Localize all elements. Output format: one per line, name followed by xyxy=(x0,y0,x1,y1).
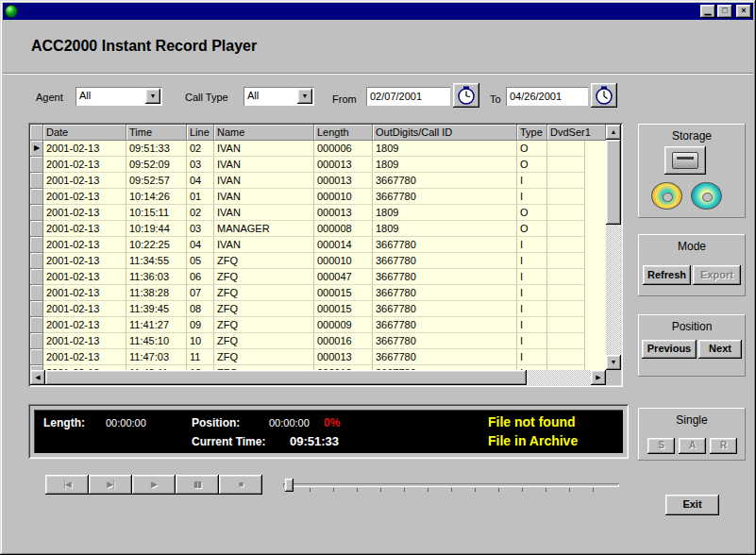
column-header-length[interactable]: Length xyxy=(314,125,373,141)
column-header-outdigits-call-id[interactable]: OutDigits/Call ID xyxy=(373,125,517,141)
table-row[interactable]: 2001-02-1311:38:2807ZFQ0000153667780I xyxy=(30,285,606,301)
exit-button[interactable]: Exit xyxy=(665,495,719,515)
cell: 11:41:27 xyxy=(126,317,187,333)
cell: 04 xyxy=(187,173,214,189)
cell: 10:19:44 xyxy=(126,221,187,237)
agent-select[interactable]: All xyxy=(76,87,162,106)
table-row[interactable]: 2001-02-1311:34:5505ZFQ0000103667780I xyxy=(30,253,606,269)
length-value: 00:00:00 xyxy=(106,417,146,429)
column-header-line[interactable]: Line xyxy=(187,125,214,141)
status-file-in-archive: File in Archive xyxy=(488,433,578,448)
cell: 3667780 xyxy=(373,301,517,317)
cell xyxy=(547,349,585,365)
maximize-button[interactable]: □ xyxy=(717,5,732,18)
previous-button[interactable]: Previous xyxy=(642,340,697,359)
chevron-down-icon[interactable] xyxy=(145,89,160,104)
cell: 3667780 xyxy=(373,333,517,349)
seek-slider[interactable] xyxy=(283,476,619,495)
table-row[interactable]: 2001-02-1309:52:5704IVAN0000133667780I xyxy=(30,173,606,189)
stop-button[interactable]: ■ xyxy=(219,475,262,495)
horizontal-scrollbar-thumb[interactable] xyxy=(45,370,527,385)
title-bar[interactable]: ▁ □ × xyxy=(3,3,753,20)
table-row[interactable]: 2001-02-1309:52:0903IVAN0000131809O xyxy=(30,157,606,173)
cell: 000006 xyxy=(314,141,373,157)
horizontal-scrollbar[interactable] xyxy=(30,370,606,385)
single-r-button[interactable]: R xyxy=(710,438,737,454)
cell: I xyxy=(517,317,547,333)
scroll-left-icon[interactable] xyxy=(30,370,45,385)
from-date-input[interactable]: 02/07/2001 xyxy=(366,87,450,106)
column-header-date[interactable]: Date xyxy=(43,125,126,141)
refresh-button[interactable]: Refresh xyxy=(643,265,691,285)
next-button[interactable]: Next xyxy=(698,340,742,359)
cell: IVAN xyxy=(214,173,314,189)
cell: IVAN xyxy=(214,141,314,157)
column-header-type[interactable]: Type xyxy=(517,125,547,141)
scroll-up-icon[interactable] xyxy=(606,125,621,140)
slider-track[interactable] xyxy=(283,483,619,487)
cell: 000013 xyxy=(314,173,373,189)
export-button[interactable]: Export xyxy=(693,265,741,285)
table-row[interactable]: 2001-02-1311:47:0311ZFQ0000133667780I xyxy=(30,349,606,365)
cell: I xyxy=(517,269,547,285)
vertical-scrollbar-thumb[interactable] xyxy=(606,140,621,225)
mode-panel: Mode Refresh Export xyxy=(638,234,746,296)
cd-disc-icon[interactable] xyxy=(691,182,722,210)
single-panel: Single S A R xyxy=(638,408,746,461)
clock-icon xyxy=(595,86,613,105)
column-header-dvdser1[interactable]: DvdSer1 xyxy=(547,125,606,141)
current-time-value: 09:51:33 xyxy=(290,434,339,448)
cell: I xyxy=(517,189,547,205)
scroll-right-icon[interactable] xyxy=(591,370,606,385)
skip-start-button[interactable]: |◀ xyxy=(45,475,89,495)
chevron-down-icon[interactable] xyxy=(297,89,312,104)
column-header-time[interactable]: Time xyxy=(126,125,187,141)
cell: 000010 xyxy=(314,253,373,269)
play-button[interactable]: ▶ xyxy=(132,475,176,495)
close-button[interactable]: × xyxy=(736,5,751,18)
cell: 09:52:57 xyxy=(126,173,187,189)
table-row[interactable]: 2001-02-1311:36:0306ZFQ0000473667780I xyxy=(30,269,606,285)
cell: 3667780 xyxy=(373,349,517,365)
cell xyxy=(547,317,585,333)
slider-ticks xyxy=(286,488,616,492)
row-selector xyxy=(30,301,43,317)
to-date-picker-button[interactable] xyxy=(591,83,617,108)
table-row[interactable]: 2001-02-1310:14:2601IVAN0000103667780I xyxy=(30,189,606,205)
row-selector xyxy=(30,317,43,333)
table-row[interactable]: 2001-02-1310:19:4403MANAGER0000081809O xyxy=(30,221,606,237)
length-label: Length: xyxy=(43,416,85,429)
scroll-down-icon[interactable] xyxy=(606,355,621,370)
minimize-button[interactable]: ▁ xyxy=(700,5,715,18)
row-selector xyxy=(30,221,43,237)
agent-selected-value: All xyxy=(79,90,91,101)
column-header-name[interactable]: Name xyxy=(214,125,314,141)
row-selector xyxy=(30,349,43,365)
pause-button[interactable]: ▮▮ xyxy=(176,475,219,495)
cd-disc-icon[interactable] xyxy=(651,182,682,210)
cell: 3667780 xyxy=(373,237,517,253)
storage-drive-button[interactable] xyxy=(664,146,706,175)
table-row[interactable]: 2001-02-1310:15:1102IVAN0000131809O xyxy=(30,205,606,221)
to-date-input[interactable]: 04/26/2001 xyxy=(506,87,588,106)
table-row[interactable]: 2001-02-1309:51:3302IVAN0000061809O xyxy=(30,141,606,157)
cell: 2001-02-13 xyxy=(43,157,126,173)
cell: ZFQ xyxy=(214,301,314,317)
cell: 3667780 xyxy=(373,189,517,205)
table-row[interactable]: 2001-02-1311:45:1010ZFQ0000163667780I xyxy=(30,333,606,349)
cell: IVAN xyxy=(214,157,314,173)
cell: 000015 xyxy=(314,301,373,317)
table-row[interactable]: 2001-02-1311:41:2709ZFQ0000093667780I xyxy=(30,317,606,333)
table-row[interactable]: 2001-02-1311:39:4508ZFQ0000153667780I xyxy=(30,301,606,317)
slider-thumb[interactable] xyxy=(285,479,294,492)
row-selector xyxy=(30,253,43,269)
call-type-select[interactable]: All xyxy=(244,87,314,106)
single-s-button[interactable]: S xyxy=(647,438,675,454)
cell: 000013 xyxy=(314,349,373,365)
from-date-picker-button[interactable] xyxy=(453,83,479,108)
vertical-scrollbar[interactable] xyxy=(606,125,621,370)
cell: O xyxy=(517,221,547,237)
table-row[interactable]: 2001-02-1310:22:2504IVAN0000143667780I xyxy=(30,237,606,253)
skip-end-button[interactable]: ▶| xyxy=(89,475,132,495)
single-a-button[interactable]: A xyxy=(679,438,706,454)
